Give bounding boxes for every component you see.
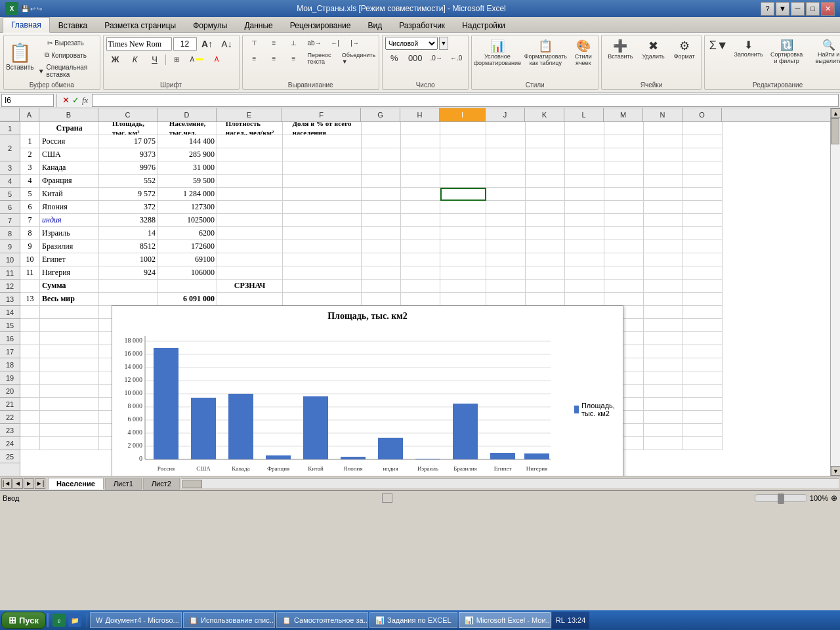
cut-button[interactable]: ✂Вырезать <box>35 37 97 49</box>
cell-k14[interactable] <box>526 293 565 306</box>
cell-h12[interactable] <box>401 266 440 280</box>
cell-l9[interactable] <box>565 227 604 240</box>
cell-e11[interactable] <box>217 253 283 266</box>
cell-o15[interactable] <box>683 306 723 319</box>
cell-f11[interactable] <box>283 253 362 266</box>
cell-c11[interactable]: 1002 <box>99 253 158 266</box>
cell-b4[interactable]: Канада <box>40 161 99 175</box>
cell-f14[interactable] <box>283 293 362 306</box>
cell-d3[interactable]: 285 900 <box>158 148 217 161</box>
cell-b10[interactable]: Бразилия <box>40 240 99 253</box>
row-header-13[interactable]: 13 <box>0 293 20 306</box>
clipboard-label[interactable]: Буфер обмена <box>4 81 100 89</box>
cell-b12[interactable]: Нигерия <box>40 266 99 280</box>
cell-h5[interactable] <box>401 175 440 188</box>
scroll-thumb[interactable] <box>831 118 839 144</box>
cell-l13[interactable] <box>565 280 604 293</box>
cell-c13[interactable] <box>99 280 158 293</box>
bar-brazil[interactable] <box>453 404 478 459</box>
cell-c9[interactable]: 14 <box>99 227 158 240</box>
cell-a10[interactable]: 9 <box>20 240 40 253</box>
tab-prev-button[interactable]: ◄ <box>12 478 23 489</box>
tab-addins[interactable]: Надстройки <box>453 17 514 33</box>
merge-button[interactable]: Объединить ▼ <box>341 50 376 67</box>
cell-l10[interactable] <box>565 240 604 253</box>
align-left-button[interactable]: ≡ <box>245 50 264 67</box>
bar-nigeria[interactable] <box>524 453 549 459</box>
tab-insert[interactable]: Вставка <box>50 17 96 33</box>
bar-canada[interactable] <box>228 394 253 459</box>
cell-i3[interactable] <box>440 148 486 161</box>
cell-c1[interactable]: Площадь,тыс. км² <box>99 122 158 135</box>
cancel-formula-icon[interactable]: ✕ <box>62 95 70 105</box>
scroll-up-button[interactable]: ▲ <box>831 108 840 118</box>
col-header-b[interactable]: B <box>39 108 98 121</box>
lang-indicator[interactable]: RL <box>556 616 565 624</box>
cell-d13[interactable] <box>158 280 217 293</box>
cell-d11[interactable]: 69100 <box>158 253 217 266</box>
cell-d10[interactable]: 172600 <box>158 240 217 253</box>
col-header-g[interactable]: G <box>361 108 400 121</box>
cell-o6[interactable] <box>683 188 723 201</box>
cell-m10[interactable] <box>604 240 644 253</box>
row-header-1[interactable]: 1 <box>0 122 20 135</box>
cell-j12[interactable] <box>486 266 526 280</box>
row-header-8[interactable]: 8 <box>0 227 20 240</box>
row-header-15[interactable]: 15 <box>0 319 20 332</box>
bar-russia[interactable] <box>154 348 178 459</box>
cell-l12[interactable] <box>565 266 604 280</box>
cell-g11[interactable] <box>362 253 401 266</box>
insert-button[interactable]: ➕ Вставить <box>604 37 636 62</box>
zoom-slider[interactable] <box>755 494 807 502</box>
col-header-c[interactable]: C <box>98 108 158 121</box>
cell-h9[interactable] <box>401 227 440 240</box>
cell-m13[interactable] <box>604 280 644 293</box>
cell-n4[interactable] <box>644 161 683 175</box>
cell-a8[interactable]: 7 <box>20 214 40 227</box>
cell-l14[interactable] <box>565 293 604 306</box>
cell-b15[interactable] <box>40 306 99 319</box>
align-center-button[interactable]: ≡ <box>265 50 284 67</box>
cell-o13[interactable] <box>683 280 723 293</box>
cell-e2[interactable] <box>217 135 283 148</box>
percent-button[interactable]: % <box>385 51 404 65</box>
cell-j6[interactable] <box>486 188 526 201</box>
taskbar-item-0[interactable]: W Документ4 - Microso... <box>90 612 182 628</box>
col-header-k[interactable]: K <box>525 108 564 121</box>
cell-m8[interactable] <box>604 214 644 227</box>
cell-h14[interactable] <box>401 293 440 306</box>
cell-i7[interactable] <box>440 201 486 214</box>
cell-n9[interactable] <box>644 227 683 240</box>
cell-i13[interactable] <box>440 280 486 293</box>
tab-first-button[interactable]: |◄ <box>1 478 12 489</box>
font-size-input[interactable] <box>173 37 197 51</box>
cell-a1[interactable] <box>20 122 40 135</box>
cell-b7[interactable]: Япония <box>40 201 99 214</box>
cell-b3[interactable]: США <box>40 148 99 161</box>
close-button[interactable]: ✕ <box>821 2 835 16</box>
cell-g13[interactable] <box>362 280 401 293</box>
cell-j8[interactable] <box>486 214 526 227</box>
align-right-button[interactable]: ≡ <box>285 50 303 67</box>
cell-a2[interactable]: 1 <box>20 135 40 148</box>
cell-m11[interactable] <box>604 253 644 266</box>
cell-d14[interactable]: 6 091 000 <box>158 293 217 306</box>
alignment-label[interactable]: Выравнивание <box>243 81 379 89</box>
cell-i9[interactable] <box>440 227 486 240</box>
cell-g9[interactable] <box>362 227 401 240</box>
wrap-text-button[interactable]: Перенос текста <box>304 50 340 67</box>
cell-e9[interactable] <box>217 227 283 240</box>
cell-g1[interactable] <box>362 122 401 135</box>
text-direction-button[interactable]: ab→ <box>304 37 325 49</box>
vertical-scrollbar[interactable]: ▲ ▼ <box>830 108 840 476</box>
cell-b1[interactable]: Страна <box>40 122 99 135</box>
cell-g3[interactable] <box>362 148 401 161</box>
cell-j5[interactable] <box>486 175 526 188</box>
start-button[interactable]: ⊞ Пуск <box>1 612 46 629</box>
cell-o1[interactable] <box>683 122 723 135</box>
editing-label[interactable]: Редактирование <box>705 81 840 89</box>
font-color-button[interactable]: A <box>207 54 226 66</box>
cell-f12[interactable] <box>283 266 362 280</box>
cell-i5[interactable] <box>440 175 486 188</box>
fill-button[interactable]: ⬇ Заполнить <box>733 37 765 60</box>
